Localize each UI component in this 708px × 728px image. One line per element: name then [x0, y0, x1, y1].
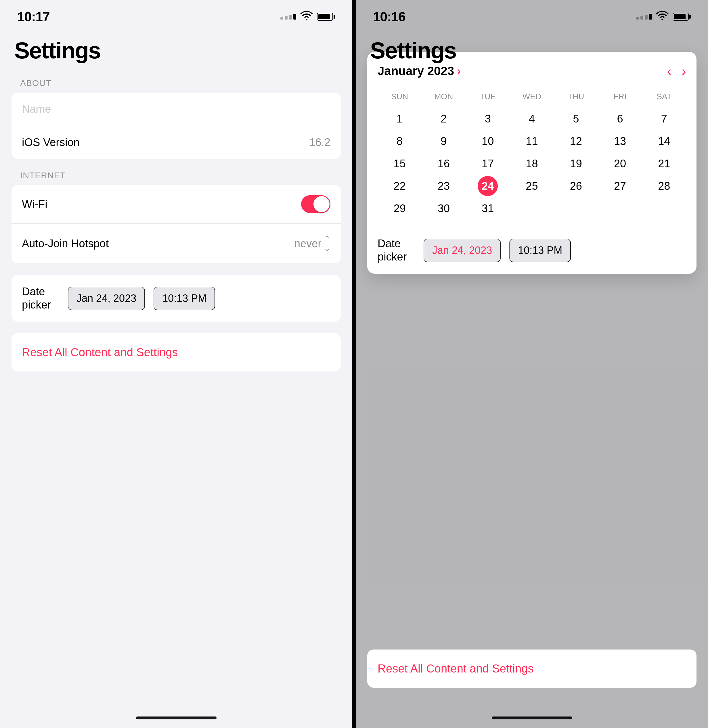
left-reset-label: Reset All Content and Settings: [22, 346, 178, 358]
about-section-label: ABOUT: [12, 78, 341, 88]
cal-day-10[interactable]: 10: [478, 131, 498, 151]
weekday-wed: WED: [510, 89, 554, 104]
chevron-updown-icon: ⌃⌄: [324, 234, 331, 253]
cal-day-15[interactable]: 15: [390, 154, 410, 174]
battery-icon: [317, 13, 335, 21]
right-date-picker-label-inline: Datepicker: [377, 237, 415, 263]
left-phone-panel: 10:17: [0, 0, 352, 728]
wifi-label: Wi-Fi: [22, 198, 48, 210]
internet-card: Wi-Fi Auto-Join Hotspot never ⌃⌄: [12, 185, 341, 263]
auto-join-value-container: never ⌃⌄: [294, 234, 331, 253]
left-date-picker-card: Datepicker Jan 24, 2023 10:13 PM: [12, 275, 341, 322]
weekday-tue: TUE: [466, 89, 510, 104]
calendar-prev-button[interactable]: ‹: [667, 63, 671, 79]
cal-day-17[interactable]: 17: [478, 154, 498, 174]
cal-day-4[interactable]: 4: [522, 109, 542, 129]
calendar-expand-icon[interactable]: ›: [457, 65, 461, 77]
calendar-title: January 2023 ›: [377, 64, 461, 78]
left-time: 10:17: [17, 9, 50, 25]
name-row: Name: [12, 93, 341, 126]
cal-day-31[interactable]: 31: [478, 199, 498, 219]
cal-day-9[interactable]: 9: [434, 131, 454, 151]
about-card: Name iOS Version 16.2: [12, 93, 341, 159]
auto-join-value: never: [294, 238, 322, 250]
signal-icon: [280, 14, 296, 20]
calendar-month-year: January 2023: [377, 64, 454, 78]
left-page-title: Settings: [12, 38, 341, 64]
cal-day-2[interactable]: 2: [434, 109, 454, 129]
panel-divider: [352, 0, 356, 728]
left-home-indicator: [136, 716, 216, 719]
wifi-row[interactable]: Wi-Fi: [12, 185, 341, 224]
left-date-picker-label: Datepicker: [22, 285, 59, 311]
cal-day-5[interactable]: 5: [566, 109, 586, 129]
calendar-overlay: January 2023 › ‹ › SUN MON TUE WED THU F…: [367, 52, 696, 274]
left-reset-card[interactable]: Reset All Content and Settings: [12, 333, 341, 371]
cal-day-13[interactable]: 13: [610, 131, 630, 151]
right-status-icons: [636, 10, 691, 23]
cal-day-22[interactable]: 22: [390, 176, 410, 196]
calendar-header: January 2023 › ‹ ›: [377, 63, 686, 79]
cal-day-25[interactable]: 25: [522, 176, 542, 196]
weekday-thu: THU: [554, 89, 598, 104]
calendar-next-button[interactable]: ›: [682, 63, 686, 79]
cal-day-24[interactable]: 24: [478, 176, 498, 196]
weekday-mon: MON: [422, 89, 466, 104]
cal-day-19[interactable]: 19: [566, 154, 586, 174]
auto-join-label: Auto-Join Hotspot: [22, 238, 109, 250]
right-time: 10:16: [373, 9, 405, 25]
cal-day-28[interactable]: 28: [654, 176, 674, 196]
right-date-picker-inline: Datepicker Jan 24, 2023 10:13 PM: [377, 229, 686, 263]
cal-day-26[interactable]: 26: [566, 176, 586, 196]
left-time-button[interactable]: 10:13 PM: [154, 287, 215, 310]
cal-day-18[interactable]: 18: [522, 154, 542, 174]
wifi-toggle[interactable]: [301, 195, 331, 213]
calendar-nav: ‹ ›: [667, 63, 686, 79]
weekday-sun: SUN: [377, 89, 422, 104]
calendar-grid: 1 2 3 4 5 6 7 8 9 10 11 12 13 14 15 16 1…: [377, 109, 686, 219]
cal-day-21[interactable]: 21: [654, 154, 674, 174]
right-page-title: Settings: [367, 38, 696, 64]
right-reset-card[interactable]: Reset All Content and Settings: [367, 650, 696, 688]
cal-day-12[interactable]: 12: [566, 131, 586, 151]
wifi-icon: [300, 10, 313, 23]
weekday-sat: SAT: [642, 89, 686, 104]
left-date-button[interactable]: Jan 24, 2023: [68, 287, 145, 310]
right-status-bar: 10:16: [367, 0, 696, 29]
cal-day-6[interactable]: 6: [610, 109, 630, 129]
internet-section-label: INTERNET: [12, 171, 341, 180]
right-date-button-inline[interactable]: Jan 24, 2023: [424, 239, 501, 262]
cal-day-23[interactable]: 23: [434, 176, 454, 196]
toggle-knob: [313, 196, 329, 212]
cal-day-7[interactable]: 7: [654, 109, 674, 129]
cal-day-30[interactable]: 30: [434, 199, 454, 219]
left-status-icons: [280, 10, 335, 23]
left-status-bar: 10:17: [12, 0, 341, 29]
cal-day-16[interactable]: 16: [434, 154, 454, 174]
right-reset-label: Reset All Content and Settings: [377, 662, 534, 675]
cal-day-20[interactable]: 20: [610, 154, 630, 174]
cal-day-8[interactable]: 8: [390, 131, 410, 151]
cal-day-27[interactable]: 27: [610, 176, 630, 196]
cal-day-29[interactable]: 29: [390, 199, 410, 219]
weekday-fri: FRI: [598, 89, 642, 104]
right-battery-icon: [673, 13, 691, 21]
calendar-weekdays: SUN MON TUE WED THU FRI SAT: [377, 89, 686, 104]
auto-join-row[interactable]: Auto-Join Hotspot never ⌃⌄: [12, 224, 341, 263]
cal-day-3[interactable]: 3: [478, 109, 498, 129]
ios-version-value: 16.2: [309, 136, 331, 149]
ios-version-row: iOS Version 16.2: [12, 126, 341, 159]
right-time-button-inline[interactable]: 10:13 PM: [509, 239, 571, 262]
ios-version-label: iOS Version: [22, 136, 80, 149]
right-wifi-icon: [656, 10, 669, 23]
name-placeholder: Name: [22, 103, 51, 115]
cal-day-14[interactable]: 14: [654, 131, 674, 151]
right-phone-panel: 10:16: [356, 0, 708, 728]
cal-day-1[interactable]: 1: [390, 109, 410, 129]
cal-day-11[interactable]: 11: [522, 131, 542, 151]
right-signal-icon: [636, 14, 652, 20]
